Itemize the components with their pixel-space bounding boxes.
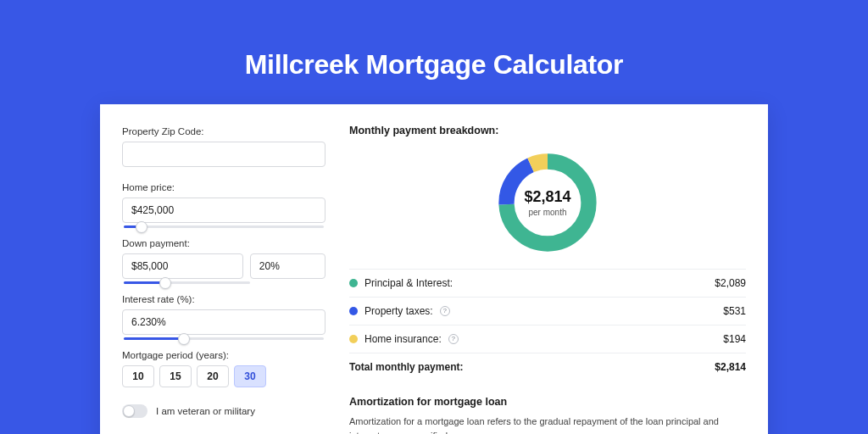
mortgage-period-label: Mortgage period (years): [122,350,326,360]
breakdown-row-insurance: Home insurance: ? $194 [349,325,746,353]
breakdown-title: Monthly payment breakdown: [349,125,746,136]
legend-dot-principal [349,279,358,287]
results-column: Monthly payment breakdown: $2,814 per mo… [341,104,768,434]
breakdown-row-principal: Principal & Interest: $2,089 [349,269,746,297]
donut-chart: $2,814 per month [493,148,602,257]
zip-input[interactable] [122,142,326,167]
breakdown-row-total: Total monthly payment: $2,814 [349,353,746,381]
breakdown-label-taxes: Property taxes: [364,305,433,317]
down-payment-percent-input[interactable] [250,253,326,279]
period-option-30[interactable]: 30 [234,365,266,387]
veteran-row: I am veteran or military [122,404,326,418]
period-option-20[interactable]: 20 [197,365,229,387]
veteran-label: I am veteran or military [156,406,255,416]
donut-center-sub: per month [528,208,566,217]
period-option-10[interactable]: 10 [122,365,154,387]
home-price-label: Home price: [122,182,326,192]
interest-rate-slider-fill [124,337,184,340]
interest-rate-slider-thumb[interactable] [178,333,190,345]
form-column: Property Zip Code: Home price: Down paym… [100,104,341,434]
amortization-body: Amortization for a mortgage loan refers … [349,415,746,434]
donut-chart-wrap: $2,814 per month [349,145,746,269]
legend-dot-insurance [349,335,358,343]
interest-rate-slider[interactable] [124,337,324,340]
veteran-toggle-knob [123,405,135,417]
zip-field-group: Property Zip Code: [122,126,326,167]
home-price-slider-thumb[interactable] [136,221,147,233]
down-payment-group: Down payment: [122,238,326,279]
help-icon[interactable]: ? [448,334,459,344]
home-price-group: Home price: [122,182,326,223]
down-payment-slider[interactable] [124,281,250,284]
interest-rate-input[interactable] [122,309,326,335]
legend-dot-taxes [349,307,358,315]
breakdown-total-value: $2,814 [715,361,746,373]
period-option-15[interactable]: 15 [159,365,192,387]
mortgage-period-group: Mortgage period (years): 10 15 20 30 [122,350,326,387]
veteran-toggle[interactable] [122,404,147,418]
breakdown-label-principal: Principal & Interest: [364,277,453,289]
help-icon[interactable]: ? [440,306,450,316]
amortization-title: Amortization for mortgage loan [349,396,746,408]
donut-center-amount: $2,814 [524,188,570,206]
period-options: 10 15 20 30 [122,365,326,387]
breakdown-value-principal: $2,089 [715,277,746,289]
home-price-input[interactable] [122,198,326,223]
breakdown-label-insurance: Home insurance: [364,333,442,345]
home-price-slider[interactable] [124,225,324,228]
down-payment-label: Down payment: [122,238,326,248]
interest-rate-group: Interest rate (%): [122,294,326,335]
calculator-panel: Property Zip Code: Home price: Down paym… [100,104,768,434]
down-payment-slider-thumb[interactable] [159,277,171,289]
breakdown-value-taxes: $531 [723,305,746,317]
donut-center: $2,814 per month [493,148,602,257]
breakdown-value-insurance: $194 [723,333,746,345]
page-title: Millcreek Mortgage Calculator [0,0,868,104]
interest-rate-label: Interest rate (%): [122,294,326,304]
zip-label: Property Zip Code: [122,126,326,136]
breakdown-row-taxes: Property taxes: ? $531 [349,297,746,325]
breakdown-total-label: Total monthly payment: [349,361,463,373]
down-payment-amount-input[interactable] [122,253,243,279]
